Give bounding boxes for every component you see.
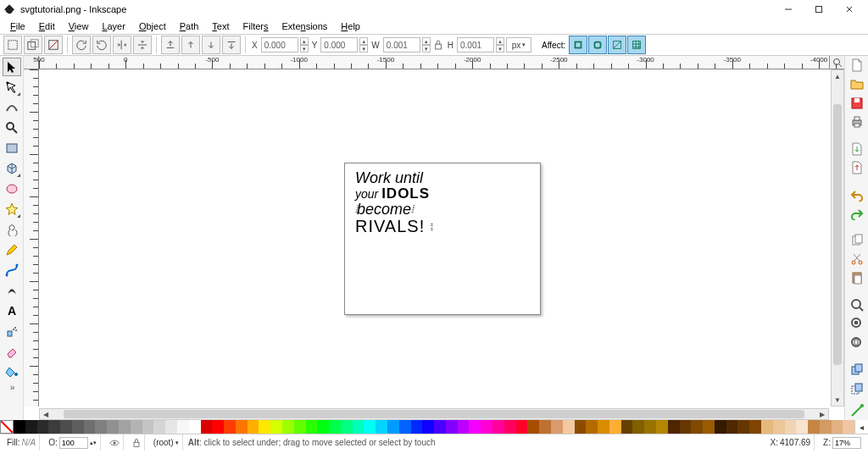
vertical-ruler[interactable]: [24, 69, 39, 406]
raise-top-button[interactable]: [161, 36, 180, 54]
color-swatch[interactable]: [551, 420, 563, 434]
node-tool[interactable]: [3, 78, 21, 97]
zoom-page-icon[interactable]: [849, 335, 865, 350]
color-swatch[interactable]: [353, 420, 364, 434]
horizontal-ruler[interactable]: 5000-500-1000-1500-2000-2500-3000-3500-4…: [39, 56, 829, 69]
minimize-button[interactable]: [773, 1, 804, 18]
color-swatch[interactable]: [387, 420, 399, 434]
menu-extensions[interactable]: Extensions: [275, 19, 335, 33]
color-swatch[interactable]: [773, 420, 785, 434]
color-swatch[interactable]: [236, 420, 248, 434]
color-swatch[interactable]: [808, 420, 820, 434]
color-swatch[interactable]: [201, 420, 213, 434]
color-swatch[interactable]: [270, 420, 282, 434]
menu-help[interactable]: Help: [334, 19, 367, 33]
color-swatch[interactable]: [458, 420, 470, 434]
clone-icon[interactable]: [849, 380, 865, 395]
menu-filters[interactable]: Filters: [236, 19, 275, 33]
lock-aspect-icon[interactable]: [432, 37, 444, 53]
color-swatch[interactable]: [644, 420, 656, 434]
color-swatch[interactable]: [785, 420, 797, 434]
maximize-button[interactable]: [804, 1, 834, 18]
color-swatch[interactable]: [189, 420, 201, 434]
color-swatch[interactable]: [422, 420, 434, 434]
color-swatch[interactable]: [119, 420, 131, 434]
deselect-button[interactable]: [44, 36, 63, 54]
color-swatch[interactable]: [737, 420, 749, 434]
print-icon[interactable]: [849, 114, 865, 130]
vscroll-thumb[interactable]: [833, 104, 842, 366]
hscroll-thumb[interactable]: [64, 410, 804, 418]
eraser-tool[interactable]: [3, 342, 21, 361]
zoom-fit-icon[interactable]: [849, 297, 865, 312]
zoom-drawing-icon[interactable]: [849, 316, 865, 331]
color-swatch[interactable]: [364, 420, 376, 434]
color-swatch[interactable]: [492, 420, 504, 434]
opacity-input[interactable]: [59, 437, 88, 449]
save-doc-icon[interactable]: [849, 96, 865, 111]
color-swatch[interactable]: [609, 420, 621, 434]
canvas[interactable]: Work until your IDOLS ⦙⦙become⦙⦙ RIVALS!…: [39, 69, 829, 406]
color-swatch[interactable]: [37, 420, 49, 434]
x-input[interactable]: [261, 37, 298, 53]
color-swatch[interactable]: [60, 420, 72, 434]
color-swatch[interactable]: [48, 420, 60, 434]
color-swatch[interactable]: [142, 420, 154, 434]
color-swatch[interactable]: [446, 420, 458, 434]
w-input[interactable]: [383, 37, 420, 53]
color-swatch[interactable]: [656, 420, 668, 434]
color-swatch[interactable]: [516, 420, 528, 434]
duplicate-icon[interactable]: [849, 362, 865, 377]
ellipse-tool[interactable]: [3, 180, 21, 198]
spray-tool[interactable]: [3, 322, 21, 340]
color-swatch[interactable]: [248, 420, 259, 434]
color-swatch[interactable]: [84, 420, 96, 434]
color-swatch[interactable]: [107, 420, 119, 434]
color-swatch[interactable]: [317, 420, 329, 434]
flip-vertical-button[interactable]: [133, 36, 152, 54]
color-swatch[interactable]: [691, 420, 703, 434]
raise-button[interactable]: [181, 36, 200, 54]
horizontal-scrollbar[interactable]: ◀ ▶: [39, 408, 829, 420]
open-doc-icon[interactable]: [849, 76, 865, 91]
color-swatch[interactable]: [341, 420, 353, 434]
zoom-tool[interactable]: [3, 119, 21, 137]
menu-file[interactable]: FFileile: [3, 19, 32, 33]
menu-layer[interactable]: Layer: [95, 19, 132, 33]
color-swatch[interactable]: [14, 420, 25, 434]
color-swatch[interactable]: [25, 420, 37, 434]
menu-edit[interactable]: Edit: [32, 19, 62, 33]
color-swatch[interactable]: [715, 420, 726, 434]
select-all-layers-button[interactable]: [24, 36, 42, 54]
color-swatch[interactable]: [504, 420, 516, 434]
bezier-tool[interactable]: [3, 261, 21, 279]
color-swatch[interactable]: [527, 420, 539, 434]
color-swatch[interactable]: [832, 420, 843, 434]
spiral-tool[interactable]: [3, 220, 21, 239]
color-swatch[interactable]: [224, 420, 236, 434]
color-swatch[interactable]: [481, 420, 492, 434]
layer-indicator[interactable]: (root) ▾: [150, 434, 183, 451]
menu-view[interactable]: View: [62, 19, 96, 33]
copy-icon[interactable]: [849, 233, 865, 248]
undo-icon[interactable]: [849, 187, 865, 202]
bucket-tool[interactable]: [3, 362, 21, 381]
color-swatch[interactable]: [434, 420, 446, 434]
scroll-up-arrow-icon[interactable]: ▲: [832, 70, 843, 82]
w-spinner[interactable]: ▲▼: [422, 37, 431, 53]
box3d-tool[interactable]: [3, 159, 21, 178]
close-button[interactable]: [834, 1, 865, 18]
fill-indicator[interactable]: Fill: N/A: [3, 434, 40, 451]
affect-stroke-button[interactable]: [569, 36, 587, 54]
tweak-tool[interactable]: [3, 98, 21, 117]
menu-text[interactable]: Text: [205, 19, 236, 33]
color-swatch[interactable]: [796, 420, 808, 434]
color-swatch[interactable]: [749, 420, 761, 434]
cut-icon[interactable]: [849, 252, 865, 267]
color-swatch[interactable]: [399, 420, 411, 434]
color-swatch[interactable]: [165, 420, 177, 434]
scroll-down-arrow-icon[interactable]: ▼: [832, 394, 843, 406]
text-tool[interactable]: A: [3, 301, 21, 320]
export-icon[interactable]: [849, 160, 865, 175]
color-swatch[interactable]: [131, 420, 142, 434]
